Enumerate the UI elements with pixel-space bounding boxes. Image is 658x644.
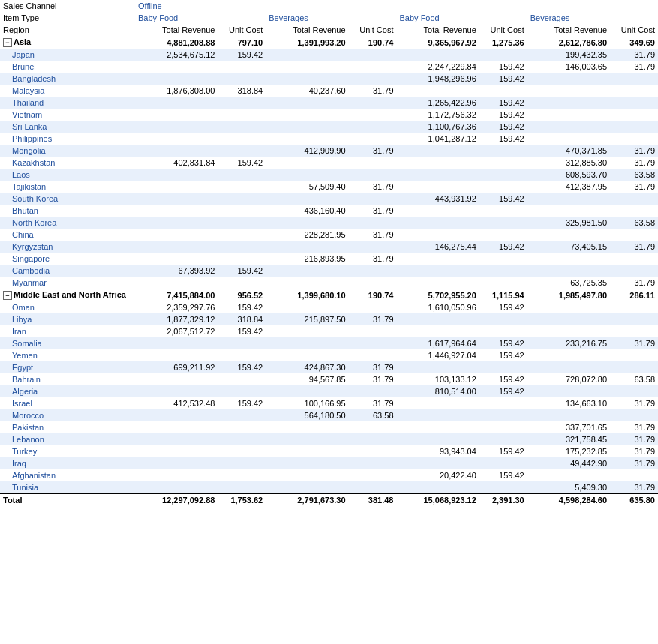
collapse-icon[interactable]: − [3,291,12,300]
region-cell: Singapore [0,253,135,265]
table-cell: 63.58 [610,169,658,181]
table-cell [135,73,218,85]
table-cell [266,133,348,145]
table-cell [135,337,218,349]
table-row: Laos608,593.7063.58 [0,169,658,181]
group-header-row: −Middle East and North Africa7,415,884.0… [0,289,658,301]
table-cell: 9,365,967.92 [397,36,479,49]
table-cell: 1,610,050.96 [397,301,479,313]
table-row: Thailand1,265,422.96159.42 [0,97,658,109]
table-cell: 159.42 [479,301,527,313]
table-cell [218,229,266,241]
online-beverages-header: Beverages [527,12,658,24]
table-cell [527,301,610,313]
table-cell: 31.79 [349,145,397,157]
table-cell [397,481,479,494]
table-cell: 1,391,993.20 [266,36,348,49]
table-cell: 31.79 [610,157,658,169]
table-cell [349,385,397,397]
table-row: Libya1,877,329.12318.84215,897.5031.79 [0,313,658,325]
table-cell: 312,885.30 [527,157,610,169]
table-cell [218,193,266,205]
table-cell: 216,893.95 [266,253,348,265]
table-cell [266,193,348,205]
table-cell: 31.79 [349,313,397,325]
table-cell [349,61,397,73]
table-cell [479,85,527,97]
table-cell [135,181,218,193]
table-cell [397,409,479,421]
table-cell [135,97,218,109]
table-cell: 94,567.85 [266,373,348,385]
table-cell: 31.79 [610,241,658,253]
table-cell [397,229,479,241]
table-cell [397,457,479,469]
table-row: Kyrgyzstan146,275.44159.4273,405.1531.79 [0,241,658,253]
table-cell [218,457,266,469]
header-row-3: Region Total Revenue Unit Cost Total Rev… [0,24,658,36]
table-cell: 2,359,297.76 [135,301,218,313]
table-cell: 5,702,955.20 [397,289,479,301]
table-cell: 4,598,284.60 [527,494,610,507]
region-cell: Yemen [0,349,135,361]
table-cell [135,457,218,469]
table-cell [527,385,610,397]
table-cell [135,169,218,181]
table-cell: 318.84 [218,313,266,325]
table-cell: 1,041,287.12 [397,133,479,145]
table-cell: 7,415,884.00 [135,289,218,301]
table-cell: 470,371.85 [527,145,610,157]
table-cell [218,337,266,349]
table-cell [218,217,266,229]
table-cell: 63.58 [610,373,658,385]
table-cell: 93,943.04 [397,445,479,457]
table-cell [479,481,527,494]
table-cell [349,97,397,109]
table-row: Bhutan436,160.4031.79 [0,205,658,217]
table-cell [266,49,348,61]
group-name[interactable]: −Middle East and North Africa [0,289,135,301]
table-cell: 1,877,329.12 [135,313,218,325]
table-cell [135,205,218,217]
table-cell: 1,275.36 [479,36,527,49]
region-cell: Iraq [0,457,135,469]
table-row: Egypt699,211.92159.42424,867.3031.79 [0,361,658,373]
offline-babyfood-header: Baby Food [135,12,266,24]
table-cell: 63,725.35 [527,277,610,289]
region-cell: Tunisia [0,481,135,494]
tr3-col-header: Total Revenue [397,24,479,36]
sales-channel-label: Sales Channel [0,0,135,12]
table-cell: 190.74 [349,36,397,49]
table-cell [135,145,218,157]
table-cell [610,133,658,145]
table-row: Philippines1,041,287.12159.42 [0,133,658,145]
table-cell [397,49,479,61]
group-name[interactable]: −Asia [0,36,135,49]
uc3-col-header: Unit Cost [479,24,527,36]
table-cell: 73,405.15 [527,241,610,253]
region-cell: Bhutan [0,205,135,217]
region-cell: Morocco [0,409,135,421]
table-cell [397,325,479,337]
table-cell [479,265,527,277]
table-cell [266,301,348,313]
table-cell: 1,948,296.96 [397,73,479,85]
table-cell [610,409,658,421]
collapse-icon[interactable]: − [3,38,12,47]
table-cell [479,421,527,433]
table-row: Pakistan337,701.6531.79 [0,421,658,433]
table-cell: 2,247,229.84 [397,61,479,73]
table-cell [218,109,266,121]
table-cell: 31.79 [349,205,397,217]
table-cell [266,421,348,433]
table-cell [527,205,610,217]
region-cell: Egypt [0,361,135,373]
table-row: Sri Lanka1,100,767.36159.42 [0,121,658,133]
table-cell [135,277,218,289]
table-cell: 159.42 [479,373,527,385]
table-row: Iran2,067,512.72159.42 [0,325,658,337]
table-cell [218,241,266,253]
table-cell [479,397,527,409]
table-cell: 12,297,092.88 [135,494,218,507]
online-header [397,0,659,12]
